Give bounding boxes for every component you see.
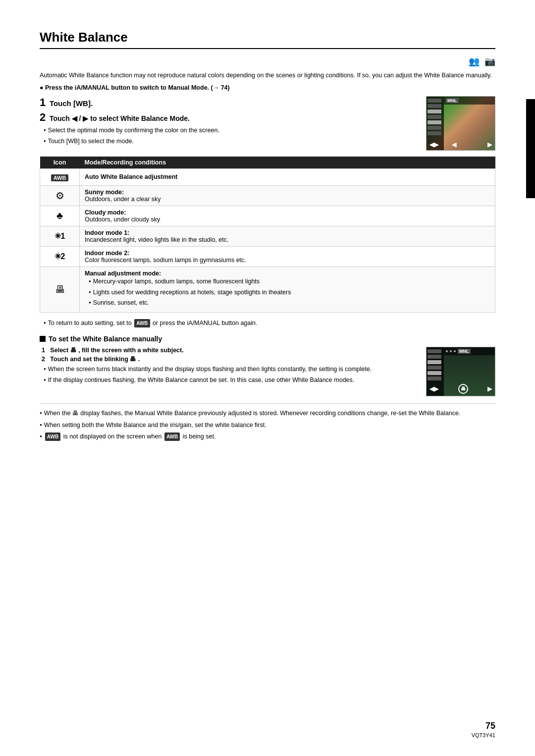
manual-step1: 1 Select 🖶 , fill the screen with a whit… (42, 347, 416, 354)
intro-text: Automatic White Balance function may not… (40, 71, 495, 80)
heading-square-icon (40, 336, 46, 342)
doc-code: VQT3Y41 (472, 732, 495, 738)
icon-cell-manual: 🖶 (40, 267, 80, 312)
manual-section: To set the White Balance manually 1 Sele… (40, 335, 495, 396)
step-content: 1 Touch [WB]. 2 Touch ◀ / ▶ to select Wh… (40, 96, 416, 151)
nav-circle-icon: 🖶 (458, 384, 468, 394)
table-row: ♣ Cloudy mode: Outdoors, under cloudy sk… (40, 206, 495, 226)
icons-row: 👥 📷 (40, 56, 495, 67)
notes-section: When the 🖶 display flashes, the Manual W… (40, 403, 495, 441)
awb-badge: AWB (51, 174, 69, 181)
mode-cell-indoor1: Indoor mode 1: Incandescent light, video… (80, 226, 495, 246)
icon-cell-indoor1: ✳1 (40, 226, 80, 246)
manual-step2: 2 Touch and set the blinking 🖶 . (42, 356, 416, 363)
step2-image: MNL ◀▶ 🖶 ▶ (426, 347, 495, 396)
table-header-mode: Mode/Recording conditions (80, 157, 495, 169)
step1-row: 1 Touch [WB]. (40, 96, 416, 109)
icon-cell-cloudy: ♣ (40, 206, 80, 226)
return-note: To return to auto setting, set to AWB or… (44, 319, 495, 328)
table-row: ⚙ Sunny mode: Outdoors, under a clear sk… (40, 185, 495, 206)
manual-bullet1: Mercury-vapor lamps, sodium lamps, some … (89, 277, 490, 286)
manual-bullet3: Sunrise, sunset, etc. (89, 298, 490, 308)
table-row: ✳1 Indoor mode 1: Incandescent light, vi… (40, 226, 495, 246)
step1-label: Touch [WB]. (50, 99, 93, 108)
icon-cell-awb: AWB (40, 168, 80, 185)
mode-cell-awb: Auto White Balance adjustment (80, 168, 495, 185)
steps-section: 1 Touch [WB]. 2 Touch ◀ / ▶ to select Wh… (40, 96, 495, 151)
mode-cell-sunny: Sunny mode: Outdoors, under a clear sky (80, 185, 495, 206)
icon-cell-indoor2: ✳2 (40, 246, 80, 267)
mode-cell-manual: Manual adjustment mode: Mercury-vapor la… (80, 267, 495, 312)
right-tab (526, 99, 535, 198)
page-number: 75 (485, 721, 495, 731)
section-heading-text: To set the White Balance manually (49, 335, 162, 343)
section-heading: To set the White Balance manually (40, 335, 495, 343)
manual-step-bullet1: When the screen turns black instantly an… (44, 365, 416, 374)
person-icon: 👥 (469, 56, 480, 67)
manual-text: 1 Select 🖶 , fill the screen with a whit… (40, 347, 416, 396)
step1-image: MNL ◀▶ ◀ ▶ (426, 96, 495, 151)
intro-bullet: ● Press the iA/MANUAL button to switch t… (40, 84, 495, 91)
step2-bullet2: Touch [WB] to select the mode. (44, 137, 416, 146)
manual-step-bullet2: If the display continues flashing, the W… (44, 376, 416, 385)
step1-number: 1 (40, 96, 46, 108)
icon-cell-sunny: ⚙ (40, 185, 80, 206)
camera-icon: 📷 (484, 56, 495, 67)
step2-bullet1: Select the optimal mode by confirming th… (44, 126, 416, 135)
note3: AWB is not displayed on the screen when … (40, 432, 495, 441)
table-row: ✳2 Indoor mode 2: Color fluorescent lamp… (40, 246, 495, 267)
table-row: 🖶 Manual adjustment mode: Mercury-vapor … (40, 267, 495, 312)
note2: When setting both the White Balance and … (40, 421, 495, 430)
step2-number: 2 (40, 111, 46, 123)
manual-bullet2: Lights used for wedding receptions at ho… (89, 288, 490, 297)
page-title: White Balance (40, 30, 495, 49)
mode-cell-cloudy: Cloudy mode: Outdoors, under cloudy sky (80, 206, 495, 226)
note1: When the 🖶 display flashes, the Manual W… (40, 409, 495, 418)
modes-table: Icon Mode/Recording conditions AWB Auto … (40, 157, 495, 313)
step2-label: Touch ◀ / ▶ to select White Balance Mode… (50, 114, 190, 122)
manual-content: 1 Select 🖶 , fill the screen with a whit… (40, 347, 495, 396)
mode-cell-indoor2: Indoor mode 2: Color fluorescent lamps, … (80, 246, 495, 267)
table-header-icon: Icon (40, 157, 80, 169)
step2-row: 2 Touch ◀ / ▶ to select White Balance Mo… (40, 111, 416, 124)
table-row: AWB Auto White Balance adjustment (40, 168, 495, 185)
